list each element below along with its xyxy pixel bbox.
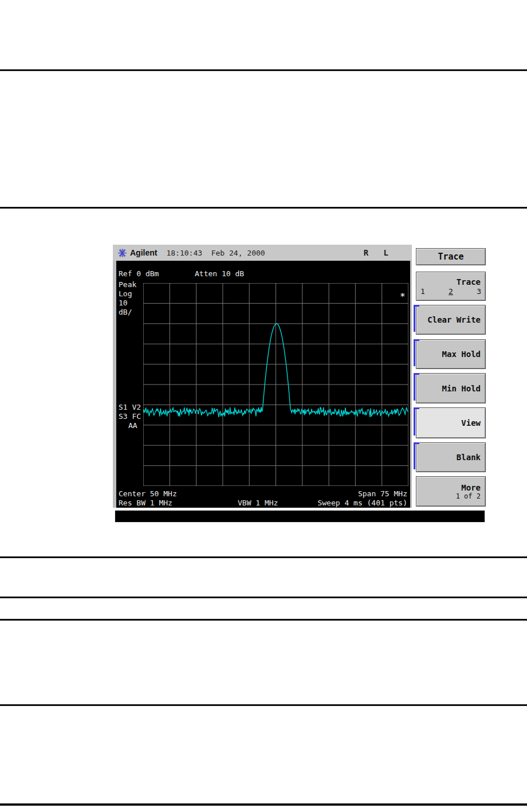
softkey-trace-select[interactable]: Trace 1 2 3 bbox=[416, 272, 486, 301]
softkey-menu-title: Trace bbox=[416, 248, 486, 265]
detector-label: Peak bbox=[119, 281, 136, 289]
spectrum-graticule-and-trace bbox=[143, 283, 408, 486]
trace-option[interactable]: 1 bbox=[420, 287, 425, 296]
agilent-starburst-icon bbox=[117, 248, 127, 258]
res-bw-label: Res BW 1 MHz bbox=[119, 499, 172, 507]
sweep-flag-1: S1 V2 bbox=[119, 403, 141, 411]
sweep-flag-3: AA bbox=[128, 422, 137, 430]
horizontal-rule bbox=[0, 704, 527, 706]
vbw-label: VBW 1 MHz bbox=[238, 499, 278, 507]
analyzer-display-frame: Agilent 18:10:43 Feb 24, 2000 R L Ref 0 … bbox=[113, 245, 412, 508]
ref-level-label: Ref 0 dBm bbox=[119, 270, 159, 278]
analyzer-display: Ref 0 dBm Atten 10 dB Peak Log 10 dB/ S1… bbox=[116, 261, 410, 508]
horizontal-rule bbox=[0, 556, 527, 558]
spectrum-analyzer-screenshot: Agilent 18:10:43 Feb 24, 2000 R L Ref 0 … bbox=[113, 245, 487, 524]
horizontal-rule bbox=[0, 803, 527, 806]
message-status-bar bbox=[115, 510, 485, 523]
trace-options: 1 2 3 bbox=[416, 287, 485, 296]
sweep-label: Sweep 4 ms (401 pts) bbox=[317, 499, 407, 507]
sweep-flag-2: S3 FC bbox=[119, 413, 141, 421]
softkey-view[interactable]: View bbox=[416, 407, 486, 438]
center-freq-label: Center 50 MHz bbox=[119, 490, 177, 498]
datetime-label: 18:10:43 Feb 24, 2000 bbox=[166, 249, 265, 257]
horizontal-rule bbox=[0, 207, 527, 209]
softkey-max-hold[interactable]: Max Hold bbox=[416, 339, 486, 369]
horizontal-rule bbox=[0, 69, 527, 71]
horizontal-rule bbox=[0, 619, 527, 621]
trace-option[interactable]: 2 bbox=[449, 287, 453, 296]
horizontal-rule bbox=[0, 597, 527, 598]
document-page: Agilent 18:10:43 Feb 24, 2000 R L Ref 0 … bbox=[0, 0, 527, 812]
scale-mode-label: Log bbox=[119, 290, 132, 298]
softkey-min-hold[interactable]: Min Hold bbox=[416, 373, 486, 403]
trace-option[interactable]: 3 bbox=[477, 287, 481, 296]
brand-label: Agilent bbox=[130, 248, 157, 257]
uncal-asterisk-indicator: * bbox=[400, 291, 406, 302]
softkey-clear-write[interactable]: Clear Write bbox=[416, 305, 486, 335]
analyzer-header-bar: Agilent 18:10:43 Feb 24, 2000 R L bbox=[113, 245, 412, 261]
softkey-more[interactable]: More 1 of 2 bbox=[416, 476, 486, 507]
span-label: Span 75 MHz bbox=[358, 490, 407, 498]
scale-unit-label: dB/ bbox=[119, 308, 132, 316]
atten-label: Atten 10 dB bbox=[195, 270, 244, 278]
scale-value-label: 10 bbox=[119, 299, 128, 307]
softkey-blank[interactable]: Blank bbox=[416, 442, 486, 472]
status-indicators: R L bbox=[364, 248, 394, 257]
